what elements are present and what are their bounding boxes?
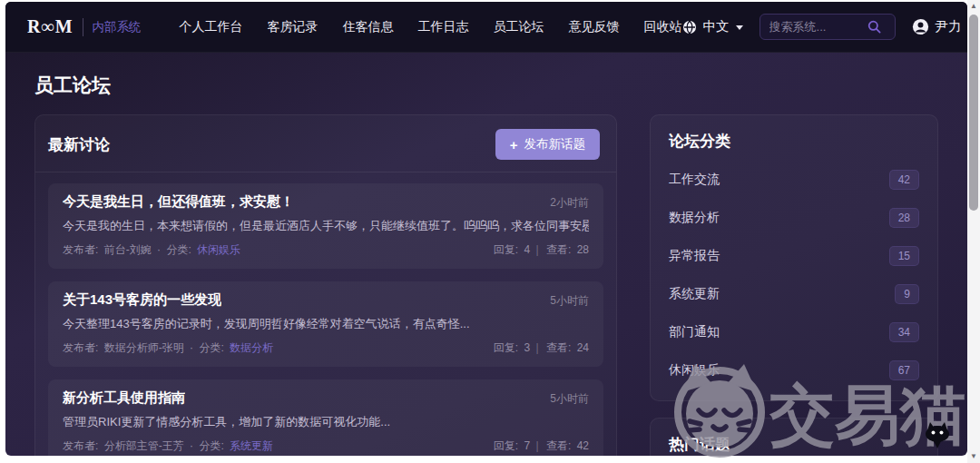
discussions-card-header: 最新讨论 + 发布新话题 — [35, 115, 616, 172]
topic-title[interactable]: 关于143号客房的一些发现 — [63, 291, 221, 309]
category-label: 休闲娱乐 — [669, 362, 720, 379]
topic-item[interactable]: 今天是我生日，但还得值班，求安慰！ 2小时前 今天是我的生日，本来想请假的，但是… — [48, 183, 603, 269]
topic-excerpt: 今天是我的生日，本来想请假的，但是最近酒店人手不够，只能继续值班了。呜呜呜，求各… — [63, 218, 589, 234]
topic-meta: 发布者: 前台-刘婉 · 分类: 休闲娱乐 回复: 4 | 查看: — [63, 242, 589, 258]
topic-time: 5小时前 — [550, 391, 589, 407]
topic-category-link[interactable]: 休闲娱乐 — [197, 243, 240, 256]
views-label: 查看: — [546, 243, 571, 256]
category-item-anomaly[interactable]: 异常报告 15 — [669, 237, 919, 275]
language-switcher[interactable]: 中文 — [682, 18, 743, 35]
category-label: 分类: — [199, 341, 223, 354]
category-item-leisure[interactable]: 休闲娱乐 67 — [669, 351, 919, 389]
topic-author: 分析部主管-王芳 — [104, 439, 184, 452]
category-label: 工作交流 — [669, 172, 720, 188]
scrollbar[interactable]: ▲ ▼ — [967, 0, 980, 463]
replies-label: 回复: — [494, 341, 518, 354]
topic-meta-right: 回复: 4 | 查看: 28 — [491, 242, 589, 258]
discussions-header: 最新讨论 — [48, 134, 110, 155]
category-count-badge: 67 — [889, 360, 919, 380]
navbar-right: 中文 尹力 — [682, 14, 967, 40]
brand-logo: R∞M — [27, 16, 74, 37]
topic-item[interactable]: 关于143号客房的一些发现 5小时前 今天整理143号客房的记录时，发现周明哲好… — [48, 281, 603, 367]
pipe-separator: | — [535, 341, 538, 354]
topic-title-row: 今天是我生日，但还得值班，求安慰！ 2小时前 — [63, 193, 589, 211]
views-count: 42 — [577, 439, 589, 452]
replies-count: 3 — [524, 341, 530, 354]
search-box — [760, 14, 896, 40]
topic-meta-right: 回复: 3 | 查看: 24 — [491, 340, 589, 356]
topic-meta: 发布者: 数据分析师-张明 · 分类: 数据分析 回复: 3 | 查看: — [63, 340, 589, 356]
category-item-notice[interactable]: 部门通知 34 — [669, 313, 919, 351]
search-icon[interactable] — [867, 20, 881, 34]
nav-item-workbench[interactable]: 个人工作台 — [180, 19, 243, 35]
nav-item-recycle-bin[interactable]: 回收站 — [644, 19, 682, 35]
views-count: 28 — [577, 243, 589, 256]
avatar-icon — [912, 18, 929, 35]
topic-meta-left: 发布者: 数据分析师-张明 · 分类: 数据分析 — [63, 340, 273, 356]
replies-label: 回复: — [494, 243, 518, 256]
new-topic-label: 发布新话题 — [524, 136, 586, 153]
hot-topics-header: 热门话题 — [651, 419, 937, 456]
topic-meta-left: 发布者: 前台-刘婉 · 分类: 休闲娱乐 — [63, 242, 240, 258]
category-count-badge: 15 — [889, 246, 919, 266]
pipe-separator: | — [535, 243, 538, 256]
publisher-label: 发布者: — [63, 341, 98, 354]
topic-title[interactable]: 今天是我生日，但还得值班，求安慰！ — [63, 193, 294, 211]
search-input[interactable] — [769, 20, 867, 34]
category-label: 数据分析 — [669, 210, 720, 226]
dot-separator: · — [190, 341, 193, 354]
page-content: 最新讨论 + 发布新话题 今天是我生日，但还得值班，求安慰！ 2小时前 今天是我… — [5, 114, 967, 456]
topic-excerpt: 今天整理143号客房的记录时，发现周明哲好像经常对着空气说话，有点奇怪... — [63, 316, 589, 332]
globe-icon — [682, 20, 697, 34]
topic-title[interactable]: 新分析工具使用指南 — [63, 389, 185, 407]
language-label: 中文 — [703, 18, 730, 35]
topic-category-link[interactable]: 系统更新 — [230, 439, 273, 452]
dot-separator: · — [157, 243, 161, 256]
replies-count: 4 — [524, 243, 530, 256]
topic-time: 5小时前 — [550, 293, 589, 309]
topic-meta: 发布者: 分析部主管-王芳 · 分类: 系统更新 回复: 7 | 查看: — [63, 438, 589, 454]
user-menu[interactable]: 尹力 — [912, 18, 967, 35]
category-label: 异常报告 — [669, 248, 720, 264]
brand-subtitle: 内部系统 — [93, 19, 142, 35]
topic-author: 前台-刘婉 — [104, 243, 152, 256]
categories-header: 论坛分类 — [651, 115, 937, 159]
nav-item-guest-info[interactable]: 住客信息 — [343, 19, 394, 35]
topic-item[interactable]: 新分析工具使用指南 5小时前 管理员RIKI更新了情感分析工具，增加了新的数据可… — [48, 379, 603, 456]
scrollbar-thumb[interactable] — [969, 15, 978, 211]
views-label: 查看: — [546, 439, 571, 452]
top-navbar: R∞M 内部系统 个人工作台 客房记录 住客信息 工作日志 员工论坛 意见反馈 … — [5, 2, 967, 53]
category-count-badge: 9 — [895, 284, 919, 304]
category-label: 分类: — [166, 243, 191, 256]
category-count-badge: 42 — [889, 170, 919, 190]
pipe-separator: | — [535, 439, 538, 452]
topic-author: 数据分析师-张明 — [104, 341, 184, 354]
views-label: 查看: — [546, 341, 571, 354]
category-item-data[interactable]: 数据分析 28 — [669, 199, 919, 237]
nav-item-employee-forum[interactable]: 员工论坛 — [494, 19, 544, 35]
topic-title-row: 关于143号客房的一些发现 5小时前 — [63, 291, 589, 309]
replies-count: 7 — [524, 439, 530, 452]
plus-icon: + — [510, 137, 518, 153]
right-sidebar: 论坛分类 工作交流 42 数据分析 28 异常报告 15 — [650, 114, 938, 456]
brand[interactable]: R∞M 内部系统 — [27, 16, 142, 37]
topic-list: 今天是我生日，但还得值班，求安慰！ 2小时前 今天是我的生日，本来想请假的，但是… — [35, 172, 616, 456]
publisher-label: 发布者: — [63, 243, 98, 256]
scroll-down-arrow-icon[interactable]: ▼ — [967, 450, 980, 463]
page-title: 员工论坛 — [34, 73, 967, 98]
category-label: 分类: — [199, 439, 223, 452]
brand-divider — [83, 18, 83, 36]
nav-item-feedback[interactable]: 意见反馈 — [569, 19, 620, 35]
nav-item-work-log[interactable]: 工作日志 — [418, 19, 469, 35]
nav-item-room-records[interactable]: 客房记录 — [268, 19, 318, 35]
main-nav: 个人工作台 客房记录 住客信息 工作日志 员工论坛 意见反馈 回收站 — [180, 19, 682, 35]
scroll-up-arrow-icon[interactable]: ▲ — [967, 0, 980, 13]
new-topic-button[interactable]: + 发布新话题 — [495, 129, 600, 160]
category-item-work[interactable]: 工作交流 42 — [669, 161, 919, 199]
category-label: 系统更新 — [669, 286, 720, 302]
topic-category-link[interactable]: 数据分析 — [230, 341, 273, 354]
replies-label: 回复: — [494, 439, 518, 452]
topic-excerpt: 管理员RIKI更新了情感分析工具，增加了新的数据可视化功能... — [63, 414, 589, 430]
category-item-system[interactable]: 系统更新 9 — [669, 275, 919, 313]
discussions-card: 最新讨论 + 发布新话题 今天是我生日，但还得值班，求安慰！ 2小时前 今天是我… — [34, 114, 617, 456]
